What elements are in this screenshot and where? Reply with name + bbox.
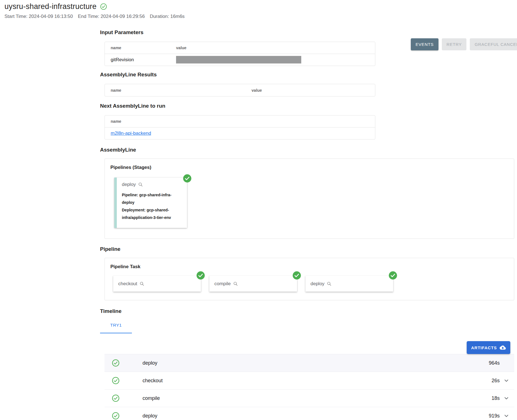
assemblyline-results-table: name value [105, 84, 375, 96]
success-check-icon [112, 377, 120, 384]
task-card-compile[interactable]: compile [209, 276, 297, 292]
task-card-checkout[interactable]: checkout [113, 276, 201, 292]
success-badge-icon [196, 271, 205, 280]
zoom-in-icon[interactable] [138, 182, 143, 187]
next-assemblyline-heading: Next AssemblyLine to run [100, 103, 514, 109]
pipelines-stages-card: Pipelines (Stages) deploy [105, 159, 514, 239]
timeline-row-deploy-2[interactable]: deploy 919s [105, 407, 514, 420]
assemblyline-results-section: AssemblyLine Results name value [100, 72, 514, 96]
input-parameters-heading: Input Parameters [100, 29, 514, 36]
column-header-value: value [246, 88, 375, 93]
run-actions: EVENTS RETRY GRACEFUL CANCEL [411, 38, 517, 50]
input-parameters-table: name value gitRevision [105, 42, 375, 66]
timeline-heading: Timeline [100, 308, 514, 314]
artifacts-row: ARTIFACTS [105, 333, 514, 354]
artifacts-button-label: ARTIFACTS [471, 345, 497, 350]
task-card-deploy[interactable]: deploy [305, 276, 393, 292]
column-header-name: name [105, 119, 375, 124]
next-assemblyline-table: name m2l8n-api-backend [105, 115, 375, 140]
table-row: gitRevision [105, 54, 375, 66]
task-name: checkout [118, 281, 137, 287]
chevron-down-icon[interactable] [503, 377, 510, 384]
pipeline-task-card: Pipeline Task checkout [105, 258, 514, 300]
timeline-row-checkout[interactable]: checkout 26s [105, 372, 514, 390]
pipeline-section: Pipeline Pipeline Task checkout [100, 246, 514, 300]
timeline-row-compile[interactable]: compile 18s [105, 390, 514, 407]
next-assemblyline-section: Next AssemblyLine to run name m2l8n-api-… [100, 103, 514, 140]
success-badge-icon [183, 174, 192, 183]
events-button[interactable]: EVENTS [411, 38, 438, 50]
stage-card-deploy[interactable]: deploy Pipeline: gcp-shared-infra-deploy… [114, 178, 187, 228]
timeline-section: Timeline TRY1 ARTIFACTS [100, 308, 514, 420]
run-meta: Start Time: 2024-04-09 16:13:50 End Time… [4, 14, 517, 19]
step-name: compile [143, 395, 160, 401]
page-title: uysru-shared-infrastructure [4, 2, 97, 11]
task-name: compile [214, 281, 231, 287]
zoom-in-icon[interactable] [139, 281, 144, 286]
step-duration: 18s [492, 395, 500, 401]
task-name: deploy [310, 281, 324, 287]
graceful-cancel-button[interactable]: GRACEFUL CANCEL [470, 38, 517, 50]
artifacts-button[interactable]: ARTIFACTS [467, 341, 510, 354]
chevron-down-icon[interactable] [503, 412, 510, 419]
retry-button[interactable]: RETRY [442, 38, 467, 50]
redacted-value-bar [176, 56, 301, 63]
chevron-down-icon[interactable] [503, 395, 510, 402]
page-header: uysru-shared-infrastructure Start Time: … [0, 0, 517, 19]
tab-try1[interactable]: TRY1 [100, 319, 132, 333]
duration: Duration: 16m6s [150, 14, 185, 19]
stage-pipeline-detail: Pipeline: gcp-shared-infra-deploy [122, 191, 183, 206]
zoom-in-icon[interactable] [233, 281, 238, 286]
table-row: m2l8n-api-backend [105, 128, 375, 139]
step-name: deploy [143, 360, 157, 366]
end-time: End Time: 2024-04-09 16:29:56 [78, 14, 145, 19]
timeline-row-deploy[interactable]: deploy 964s [105, 354, 514, 372]
success-check-icon [112, 394, 120, 402]
status-check-icon [100, 3, 107, 10]
next-assemblyline-link[interactable]: m2l8n-api-backend [111, 131, 151, 136]
column-header-name: name [105, 46, 170, 50]
param-name: gitRevision [105, 57, 170, 63]
column-header-name: name [105, 88, 246, 93]
success-badge-icon [292, 271, 301, 280]
assemblyline-heading: AssemblyLine [100, 147, 514, 153]
pipeline-heading: Pipeline [100, 246, 514, 252]
step-duration: 919s [489, 413, 500, 419]
stage-deployment-detail: Deployment: gcp-shared-infra/application… [122, 206, 183, 221]
step-name: checkout [143, 378, 163, 384]
start-time: Start Time: 2024-04-09 16:13:50 [4, 14, 73, 19]
step-duration: 964s [489, 360, 500, 366]
pipelines-stages-title: Pipelines (Stages) [105, 159, 514, 170]
success-check-icon [112, 359, 120, 367]
timeline-step-list: deploy 964s checkout 26s [105, 354, 514, 420]
assemblyline-section: AssemblyLine Pipelines (Stages) deploy [100, 147, 514, 239]
timeline-tabs: TRY1 [100, 319, 514, 333]
pipeline-task-title: Pipeline Task [105, 258, 514, 270]
cloud-download-icon [500, 345, 506, 351]
assemblyline-results-heading: AssemblyLine Results [100, 72, 514, 78]
success-badge-icon [388, 271, 397, 280]
step-name: deploy [143, 413, 157, 419]
zoom-in-icon[interactable] [327, 281, 332, 286]
stage-name: deploy [122, 182, 136, 187]
step-duration: 26s [492, 378, 500, 384]
column-header-value: value [170, 46, 375, 50]
success-check-icon [112, 412, 120, 420]
